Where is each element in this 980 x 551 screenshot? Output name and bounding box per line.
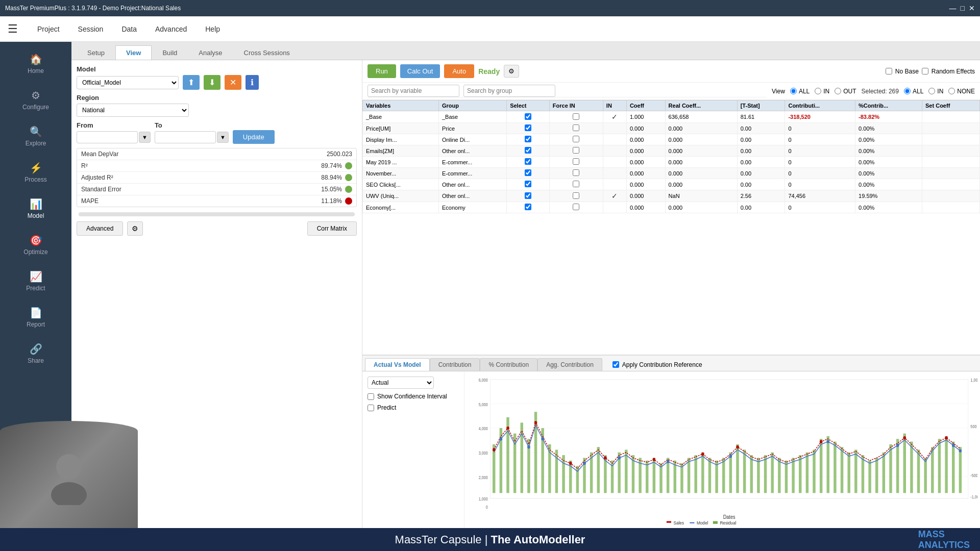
radio-all[interactable] (790, 88, 797, 94)
cell-force-in[interactable] (549, 202, 603, 213)
cell-select[interactable] (507, 134, 550, 145)
btab-agg-contribution[interactable]: Agg. Contribution (537, 358, 602, 371)
minimize-btn[interactable]: — (949, 4, 957, 12)
force-in-checkbox[interactable] (573, 158, 579, 165)
cell-set-coeff[interactable] (922, 202, 980, 213)
select-checkbox[interactable] (525, 113, 531, 120)
cell-set-coeff[interactable] (922, 145, 980, 157)
model-upload-btn[interactable]: ⬆ (183, 75, 200, 90)
force-in-checkbox[interactable] (573, 124, 579, 131)
maximize-btn[interactable]: □ (961, 4, 965, 12)
cell-in[interactable] (603, 134, 626, 145)
sidebar-item-explore[interactable]: 🔍 Explore (0, 119, 71, 153)
hamburger-menu[interactable]: ☰ (8, 22, 18, 36)
cell-force-in[interactable] (549, 157, 603, 168)
select-checkbox[interactable] (525, 158, 531, 165)
force-in-checkbox[interactable] (573, 204, 579, 210)
select-checkbox[interactable] (525, 192, 531, 199)
sidebar-item-configure[interactable]: ⚙ Configure (0, 83, 71, 117)
horizontal-scrollbar[interactable] (79, 212, 355, 216)
force-in-checkbox[interactable] (573, 169, 579, 176)
cell-in[interactable]: ✓ (603, 111, 626, 123)
model-download-btn[interactable]: ⬇ (204, 75, 220, 90)
btab-contribution[interactable]: Contribution (430, 358, 480, 371)
random-effects-checkbox[interactable] (922, 68, 928, 74)
select-checkbox[interactable] (525, 181, 531, 187)
cell-select[interactable] (507, 202, 550, 213)
run-button[interactable]: Run (368, 64, 396, 78)
menu-data[interactable]: Data (112, 21, 146, 37)
to-date-input[interactable]: 23-Nov-21 (155, 131, 216, 143)
update-button[interactable]: Update (233, 130, 275, 144)
sidebar-item-optimize[interactable]: 🎯 Optimize (0, 228, 71, 262)
tab-view[interactable]: View (115, 45, 152, 60)
cell-force-in[interactable] (549, 190, 603, 202)
no-base-checkbox[interactable] (886, 68, 892, 74)
cell-force-in[interactable] (549, 111, 603, 123)
apply-contrib-checkbox[interactable] (612, 361, 619, 368)
sidebar-item-report[interactable]: 📄 Report (0, 300, 71, 334)
search-variable-input[interactable] (368, 85, 459, 97)
cell-select[interactable] (507, 179, 550, 190)
model-delete-btn[interactable]: ✕ (225, 75, 241, 90)
force-in-checkbox[interactable] (573, 147, 579, 154)
confidence-interval-checkbox[interactable] (368, 393, 374, 400)
sidebar-item-predict[interactable]: 📈 Predict (0, 264, 71, 298)
predict-checkbox[interactable] (368, 405, 374, 411)
tab-setup[interactable]: Setup (77, 45, 115, 60)
select-checkbox[interactable] (525, 204, 531, 210)
corr-matrix-button[interactable]: Corr Matrix (307, 221, 357, 236)
cell-in[interactable] (603, 168, 626, 179)
radio-sel-all[interactable] (904, 88, 911, 94)
right-gear-btn[interactable]: ⚙ (504, 65, 519, 78)
radio-in[interactable] (815, 88, 821, 94)
menu-session[interactable]: Session (69, 21, 113, 37)
select-checkbox[interactable] (525, 169, 531, 176)
force-in-checkbox[interactable] (573, 192, 579, 199)
cell-in[interactable] (603, 179, 626, 190)
actual-select[interactable]: Actual (368, 377, 434, 389)
cell-select[interactable] (507, 157, 550, 168)
cell-set-coeff[interactable] (922, 111, 980, 123)
to-date-picker[interactable]: ▼ (217, 132, 229, 143)
select-checkbox[interactable] (525, 147, 531, 154)
cell-set-coeff[interactable] (922, 134, 980, 145)
cell-force-in[interactable] (549, 134, 603, 145)
cell-select[interactable] (507, 111, 550, 123)
select-checkbox[interactable] (525, 136, 531, 142)
from-date-input[interactable]: 01-Jan-19 (77, 131, 138, 143)
tab-build[interactable]: Build (152, 45, 188, 60)
tab-analyse[interactable]: Analyse (188, 45, 233, 60)
force-in-checkbox[interactable] (573, 113, 579, 120)
sidebar-item-model[interactable]: 📊 Model (0, 192, 71, 226)
cell-in[interactable] (603, 145, 626, 157)
cell-select[interactable] (507, 168, 550, 179)
cell-select[interactable] (507, 190, 550, 202)
advanced-button[interactable]: Advanced (77, 221, 123, 236)
menu-help[interactable]: Help (196, 21, 229, 37)
cell-set-coeff[interactable] (922, 123, 980, 134)
model-select[interactable]: Official_Model (77, 76, 179, 89)
btab-pct-contribution[interactable]: % Contribution (480, 358, 537, 371)
cell-force-in[interactable] (549, 168, 603, 179)
cell-in[interactable] (603, 157, 626, 168)
calc-out-button[interactable]: Calc Out (400, 64, 440, 78)
cell-in[interactable]: ✓ (603, 190, 626, 202)
settings-gear-btn[interactable]: ⚙ (127, 221, 143, 236)
from-date-picker[interactable]: ▼ (139, 132, 151, 143)
cell-set-coeff[interactable] (922, 179, 980, 190)
cell-force-in[interactable] (549, 179, 603, 190)
close-btn[interactable]: ✕ (969, 4, 975, 12)
sidebar-item-home[interactable]: 🏠 Home (0, 47, 71, 81)
cell-set-coeff[interactable] (922, 168, 980, 179)
model-info-btn[interactable]: ℹ (246, 75, 259, 90)
sidebar-item-process[interactable]: ⚡ Process (0, 156, 71, 189)
cell-in[interactable] (603, 123, 626, 134)
cell-set-coeff[interactable] (922, 157, 980, 168)
cell-in[interactable] (603, 202, 626, 213)
search-group-input[interactable] (463, 85, 555, 97)
menu-project[interactable]: Project (28, 21, 69, 37)
force-in-checkbox[interactable] (573, 136, 579, 142)
cell-force-in[interactable] (549, 123, 603, 134)
select-checkbox[interactable] (525, 124, 531, 131)
